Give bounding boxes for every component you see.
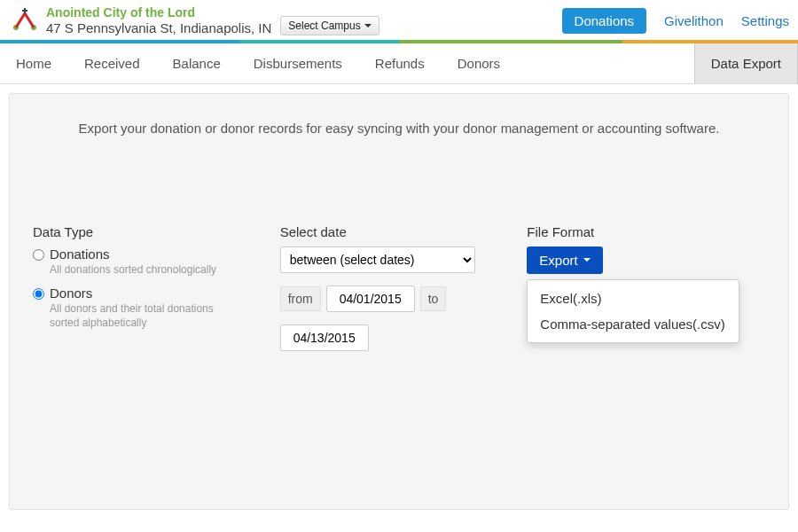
from-tag: from: [280, 286, 321, 311]
option-donors-desc: All donors and their total donations sor…: [50, 302, 245, 330]
select-campus-label: Select Campus: [288, 20, 360, 32]
data-type-title: Data Type: [33, 224, 271, 239]
nav-data-export[interactable]: Data Export: [694, 43, 798, 83]
format-option-csv[interactable]: Comma-separated values(.csv): [528, 311, 739, 337]
to-tag: to: [420, 286, 447, 311]
radio-donations[interactable]: [33, 249, 44, 261]
givelithon-link[interactable]: Givelithon: [664, 13, 724, 28]
donations-button[interactable]: Donations: [562, 8, 647, 34]
svg-rect-3: [22, 10, 27, 12]
export-button-label: Export: [539, 253, 577, 268]
export-intro: Export your donation or donor records fo…: [33, 121, 765, 136]
option-donations-desc: All donations sorted chronologically: [50, 263, 216, 278]
data-type-section: Data Type Donations All donations sorted…: [33, 224, 271, 364]
export-panel: Export your donation or donor records fo…: [9, 93, 789, 510]
select-campus-button[interactable]: Select Campus: [280, 16, 379, 35]
org-name: Anointed City of the Lord: [46, 5, 271, 20]
select-date-title: Select date: [280, 224, 519, 239]
select-date-section: Select date between (select dates) from …: [280, 224, 519, 364]
file-format-section: File Format Export Excel(.xls) Comma-sep…: [527, 224, 765, 364]
top-bar: Anointed City of the Lord 47 S Pennsylva…: [0, 0, 798, 40]
org-logo: [9, 7, 41, 34]
org-address: 47 S Pennsylvania St, Indianapolis, IN: [46, 20, 271, 36]
caret-down-icon: [583, 258, 591, 262]
caret-down-icon: [364, 24, 372, 27]
from-date-input[interactable]: [326, 286, 415, 312]
settings-link[interactable]: Settings: [741, 13, 789, 28]
nav-balance[interactable]: Balance: [157, 43, 238, 83]
export-button[interactable]: Export: [527, 246, 602, 274]
option-donations-label: Donations: [50, 246, 216, 262]
nav-disbursements[interactable]: Disbursements: [238, 43, 359, 83]
main-nav: Home Received Balance Disbursements Refu…: [0, 43, 798, 84]
radio-donors[interactable]: [33, 288, 44, 300]
to-date-input[interactable]: [280, 325, 369, 351]
format-option-xls[interactable]: Excel(.xls): [528, 286, 739, 311]
export-format-dropdown: Excel(.xls) Comma-separated values(.csv): [527, 279, 739, 343]
nav-home[interactable]: Home: [0, 43, 68, 83]
file-format-title: File Format: [527, 224, 765, 239]
option-donors-label: Donors: [50, 286, 245, 301]
nav-donors[interactable]: Donors: [442, 43, 517, 83]
nav-refunds[interactable]: Refunds: [359, 43, 442, 83]
nav-received[interactable]: Received: [68, 43, 157, 83]
date-mode-select[interactable]: between (select dates): [280, 246, 475, 273]
